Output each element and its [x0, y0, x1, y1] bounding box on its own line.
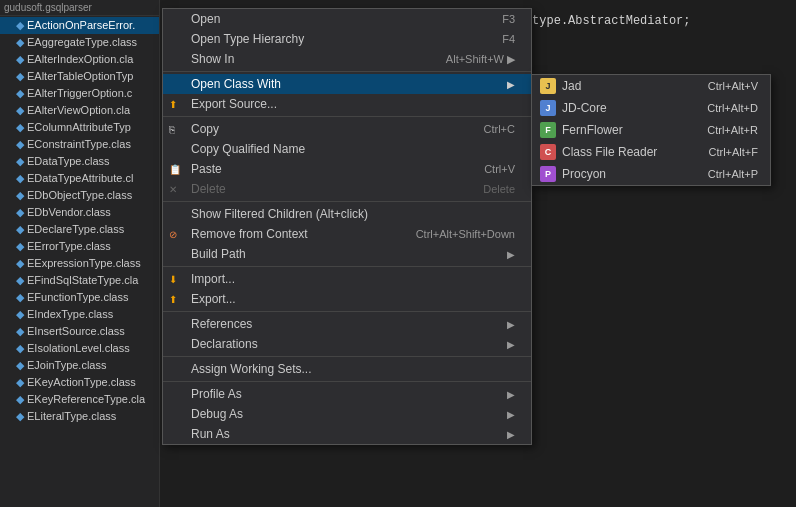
menu-label-show-filtered: Show Filtered Children (Alt+click): [191, 207, 368, 221]
separator-3: [163, 201, 531, 202]
debug-as-arrow: ▶: [507, 409, 515, 420]
import-icon: ⬇: [169, 274, 187, 285]
paste-icon: 📋: [169, 164, 187, 175]
menu-item-copy[interactable]: ⎘ Copy Ctrl+C: [163, 119, 531, 139]
menu-item-export[interactable]: ⬆ Export...: [163, 289, 531, 309]
menu-item-show-filtered-children[interactable]: Show Filtered Children (Alt+click): [163, 204, 531, 224]
menu-label-paste: Paste: [191, 162, 222, 176]
menu-item-run-as[interactable]: Run As ▶: [163, 424, 531, 444]
export-source-icon: ⬆: [169, 99, 187, 110]
file-tree-item-9[interactable]: ◆EDataTypeAttribute.cl: [0, 170, 159, 187]
export-icon: ⬆: [169, 294, 187, 305]
separator-5: [163, 311, 531, 312]
menu-label-build-path: Build Path: [191, 247, 246, 261]
menu-item-build-path[interactable]: Build Path ▶: [163, 244, 531, 264]
open-class-with-arrow: ▶: [507, 79, 515, 90]
menu-shortcut-copy: Ctrl+C: [464, 123, 515, 135]
copy-icon: ⎘: [169, 124, 187, 135]
declarations-arrow: ▶: [507, 339, 515, 350]
menu-shortcut-remove-context: Ctrl+Alt+Shift+Down: [396, 228, 515, 240]
separator-2: [163, 116, 531, 117]
menu-item-copy-qualified-name[interactable]: Copy Qualified Name: [163, 139, 531, 159]
file-tree-item-18[interactable]: ◆EInsertSource.class: [0, 323, 159, 340]
file-tree-item-6[interactable]: ◆EColumnAttributeTyp: [0, 119, 159, 136]
file-tree-item-7[interactable]: ◆EConstraintType.clas: [0, 136, 159, 153]
class-file-reader-icon: C: [540, 144, 556, 160]
file-tree-item-20[interactable]: ◆EJoinType.class: [0, 357, 159, 374]
menu-item-export-source[interactable]: ⬆ Export Source...: [163, 94, 531, 114]
menu-item-paste[interactable]: 📋 Paste Ctrl+V: [163, 159, 531, 179]
file-tree-item-13[interactable]: ◆EErrorType.class: [0, 238, 159, 255]
references-arrow: ▶: [507, 319, 515, 330]
menu-shortcut-show-in: Alt+Shift+W ▶: [426, 53, 515, 66]
menu-label-open-type-hierarchy: Open Type Hierarchy: [191, 32, 304, 46]
jdcore-icon: J: [540, 100, 556, 116]
file-tree-item-3[interactable]: ◆EAlterTableOptionTyp: [0, 68, 159, 85]
file-tree-item-22[interactable]: ◆EKeyReferenceType.cla: [0, 391, 159, 408]
file-tree-item-16[interactable]: ◆EFunctionType.class: [0, 289, 159, 306]
menu-item-open[interactable]: Open F3: [163, 9, 531, 29]
menu-item-debug-as[interactable]: Debug As ▶: [163, 404, 531, 424]
separator-7: [163, 381, 531, 382]
submenu-item-jdcore[interactable]: J JD-Core Ctrl+Alt+D: [532, 97, 770, 119]
file-tree-item-11[interactable]: ◆EDbVendor.class: [0, 204, 159, 221]
menu-item-references[interactable]: References ▶: [163, 314, 531, 334]
profile-as-arrow: ▶: [507, 389, 515, 400]
submenu-label-jdcore: JD-Core: [562, 101, 607, 115]
menu-item-declarations[interactable]: Declarations ▶: [163, 334, 531, 354]
file-tree-item-17[interactable]: ◆EIndexType.class: [0, 306, 159, 323]
menu-label-copy: Copy: [191, 122, 219, 136]
file-tree-item-4[interactable]: ◆EAlterTriggerOption.c: [0, 85, 159, 102]
menu-label-export: Export...: [191, 292, 236, 306]
submenu-open-class-with: J Jad Ctrl+Alt+V J JD-Core Ctrl+Alt+D F …: [531, 74, 771, 186]
menu-label-copy-qualified: Copy Qualified Name: [191, 142, 305, 156]
procyon-icon: P: [540, 166, 556, 182]
file-tree-item-21[interactable]: ◆EKeyActionType.class: [0, 374, 159, 391]
file-tree-item-0[interactable]: ◆EActionOnParseError.: [0, 17, 159, 34]
file-tree-item-15[interactable]: ◆EFindSqlStateType.cla: [0, 272, 159, 289]
menu-label-import: Import...: [191, 272, 235, 286]
file-tree-item-2[interactable]: ◆EAlterIndexOption.cla: [0, 51, 159, 68]
menu-item-open-type-hierarchy[interactable]: Open Type Hierarchy F4: [163, 29, 531, 49]
submenu-label-class-file-reader: Class File Reader: [562, 145, 657, 159]
menu-label-show-in: Show In: [191, 52, 234, 66]
separator-1: [163, 71, 531, 72]
file-tree-item-1[interactable]: ◆EAggregateType.class: [0, 34, 159, 51]
submenu-item-class-file-reader[interactable]: C Class File Reader Ctrl+Alt+F: [532, 141, 770, 163]
file-tree-item-12[interactable]: ◆EDeclareType.class: [0, 221, 159, 238]
menu-item-assign-working-sets[interactable]: Assign Working Sets...: [163, 359, 531, 379]
build-path-arrow: ▶: [507, 249, 515, 260]
delete-icon: ✕: [169, 184, 187, 195]
menu-label-open: Open: [191, 12, 220, 26]
menu-shortcut-delete: Delete: [463, 183, 515, 195]
menu-item-delete[interactable]: ✕ Delete Delete: [163, 179, 531, 199]
menu-shortcut-open-type-hierarchy: F4: [482, 33, 515, 45]
submenu-item-procyon[interactable]: P Procyon Ctrl+Alt+P: [532, 163, 770, 185]
package-name: gudusoft.gsqlparser: [0, 0, 159, 16]
menu-label-assign-working-sets: Assign Working Sets...: [191, 362, 312, 376]
file-tree-panel: gudusoft.gsqlparser ◆EActionOnParseError…: [0, 0, 160, 507]
menu-item-remove-from-context[interactable]: ⊘ Remove from Context Ctrl+Alt+Shift+Dow…: [163, 224, 531, 244]
menu-label-references: References: [191, 317, 252, 331]
separator-6: [163, 356, 531, 357]
separator-4: [163, 266, 531, 267]
menu-item-open-class-with[interactable]: Open Class With ▶ J Jad Ctrl+Alt+V J JD-…: [163, 74, 531, 94]
file-tree-item-5[interactable]: ◆EAlterViewOption.cla: [0, 102, 159, 119]
menu-label-open-class-with: Open Class With: [191, 77, 281, 91]
submenu-item-fernflower[interactable]: F FernFlower Ctrl+Alt+R: [532, 119, 770, 141]
menu-item-show-in[interactable]: Show In Alt+Shift+W ▶: [163, 49, 531, 69]
menu-shortcut-open: F3: [482, 13, 515, 25]
file-tree-item-14[interactable]: ◆EExpressionType.class: [0, 255, 159, 272]
submenu-label-jad: Jad: [562, 79, 581, 93]
menu-label-delete: Delete: [191, 182, 226, 196]
submenu-item-jad[interactable]: J Jad Ctrl+Alt+V: [532, 75, 770, 97]
menu-item-profile-as[interactable]: Profile As ▶: [163, 384, 531, 404]
menu-label-run-as: Run As: [191, 427, 230, 441]
menu-item-import[interactable]: ⬇ Import...: [163, 269, 531, 289]
file-tree-item-10[interactable]: ◆EDbObjectType.class: [0, 187, 159, 204]
submenu-label-procyon: Procyon: [562, 167, 606, 181]
file-tree-item-8[interactable]: ◆EDataType.class: [0, 153, 159, 170]
file-tree-item-19[interactable]: ◆EIsolationLevel.class: [0, 340, 159, 357]
submenu-shortcut-jad: Ctrl+Alt+V: [692, 80, 758, 92]
file-tree-item-23[interactable]: ◆ELiteralType.class: [0, 408, 159, 425]
